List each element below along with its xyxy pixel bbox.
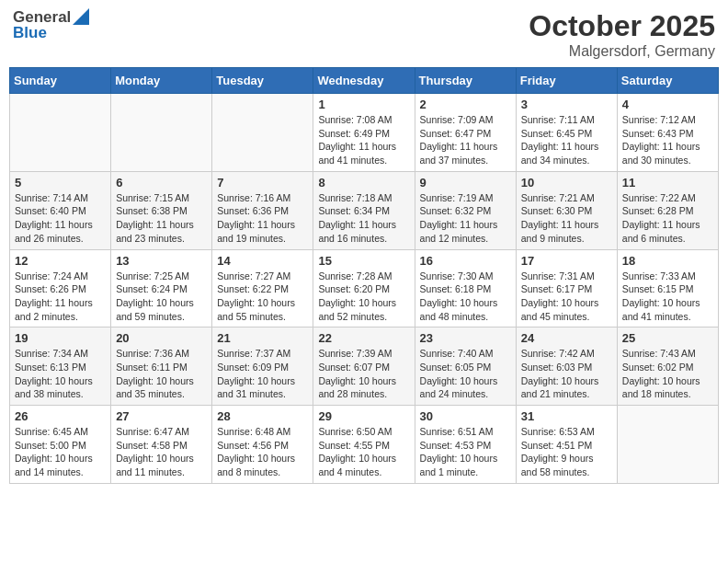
calendar-cell: 31Sunrise: 6:53 AM Sunset: 4:51 PM Dayli…: [516, 406, 617, 484]
calendar-cell: 30Sunrise: 6:51 AM Sunset: 4:53 PM Dayli…: [415, 406, 516, 484]
day-number: 6: [116, 176, 207, 190]
day-number: 26: [15, 409, 106, 423]
calendar-week-row: 26Sunrise: 6:45 AM Sunset: 5:00 PM Dayli…: [10, 406, 719, 484]
day-number: 8: [318, 176, 409, 190]
day-number: 4: [622, 98, 713, 111]
calendar-cell: 21Sunrise: 7:37 AM Sunset: 6:09 PM Dayli…: [212, 327, 313, 406]
svg-marker-0: [73, 8, 89, 25]
day-detail: Sunrise: 7:12 AM Sunset: 6:43 PM Dayligh…: [622, 113, 713, 167]
day-number: 18: [622, 254, 713, 268]
day-detail: Sunrise: 7:25 AM Sunset: 6:24 PM Dayligh…: [116, 270, 207, 324]
day-number: 27: [116, 409, 207, 423]
logo: General Blue: [13, 9, 89, 40]
weekday-header: Saturday: [617, 68, 718, 94]
day-detail: Sunrise: 7:19 AM Sunset: 6:32 PM Dayligh…: [420, 191, 511, 246]
calendar-cell: 28Sunrise: 6:48 AM Sunset: 4:56 PM Dayli…: [212, 406, 313, 484]
day-detail: Sunrise: 6:48 AM Sunset: 4:56 PM Dayligh…: [217, 425, 308, 479]
day-detail: Sunrise: 7:33 AM Sunset: 6:15 PM Dayligh…: [622, 270, 713, 324]
day-number: 23: [420, 331, 511, 345]
calendar-week-row: 5Sunrise: 7:14 AM Sunset: 6:40 PM Daylig…: [10, 171, 719, 249]
day-detail: Sunrise: 7:21 AM Sunset: 6:30 PM Dayligh…: [521, 191, 612, 246]
page-header: General Blue October 2025 Malgersdorf, G…: [9, 9, 719, 60]
day-detail: Sunrise: 7:09 AM Sunset: 6:47 PM Dayligh…: [420, 113, 511, 167]
day-number: 12: [15, 254, 106, 268]
calendar-cell: 29Sunrise: 6:50 AM Sunset: 4:55 PM Dayli…: [313, 406, 415, 484]
calendar-cell: 3Sunrise: 7:11 AM Sunset: 6:45 PM Daylig…: [516, 94, 617, 172]
day-detail: Sunrise: 7:27 AM Sunset: 6:22 PM Dayligh…: [217, 270, 308, 324]
calendar-cell: [111, 94, 212, 172]
calendar-table: SundayMondayTuesdayWednesdayThursdayFrid…: [9, 67, 719, 484]
day-number: 16: [420, 254, 511, 268]
day-number: 17: [521, 254, 612, 268]
day-number: 14: [217, 254, 308, 268]
day-number: 19: [15, 331, 106, 345]
day-number: 1: [318, 98, 409, 111]
day-detail: Sunrise: 7:24 AM Sunset: 6:26 PM Dayligh…: [15, 270, 106, 324]
day-detail: Sunrise: 7:30 AM Sunset: 6:18 PM Dayligh…: [420, 270, 511, 324]
logo-general: General: [13, 9, 71, 25]
calendar-cell: 14Sunrise: 7:27 AM Sunset: 6:22 PM Dayli…: [212, 249, 313, 327]
weekday-header: Friday: [516, 68, 617, 94]
day-number: 3: [521, 98, 612, 111]
weekday-header-row: SundayMondayTuesdayWednesdayThursdayFrid…: [10, 68, 719, 94]
calendar-cell: 5Sunrise: 7:14 AM Sunset: 6:40 PM Daylig…: [10, 171, 111, 249]
day-detail: Sunrise: 6:45 AM Sunset: 5:00 PM Dayligh…: [15, 425, 106, 479]
weekday-header: Tuesday: [212, 68, 313, 94]
weekday-header: Thursday: [415, 68, 516, 94]
day-detail: Sunrise: 6:53 AM Sunset: 4:51 PM Dayligh…: [521, 425, 612, 479]
logo-blue: Blue: [13, 25, 89, 40]
calendar-cell: 22Sunrise: 7:39 AM Sunset: 6:07 PM Dayli…: [313, 327, 415, 406]
month-title: October 2025: [529, 9, 715, 43]
calendar-cell: 20Sunrise: 7:36 AM Sunset: 6:11 PM Dayli…: [111, 327, 212, 406]
day-detail: Sunrise: 7:34 AM Sunset: 6:13 PM Dayligh…: [15, 347, 106, 401]
day-detail: Sunrise: 7:11 AM Sunset: 6:45 PM Dayligh…: [521, 113, 612, 167]
day-number: 21: [217, 331, 308, 345]
day-number: 22: [318, 331, 409, 345]
day-detail: Sunrise: 7:18 AM Sunset: 6:34 PM Dayligh…: [318, 191, 409, 246]
calendar-cell: 26Sunrise: 6:45 AM Sunset: 5:00 PM Dayli…: [10, 406, 111, 484]
calendar-cell: [10, 94, 111, 172]
day-number: 31: [521, 409, 612, 423]
day-number: 13: [116, 254, 207, 268]
weekday-header: Wednesday: [313, 68, 415, 94]
day-number: 11: [622, 176, 713, 190]
day-detail: Sunrise: 7:15 AM Sunset: 6:38 PM Dayligh…: [116, 191, 207, 246]
calendar-cell: 11Sunrise: 7:22 AM Sunset: 6:28 PM Dayli…: [617, 171, 718, 249]
day-number: 9: [420, 176, 511, 190]
day-number: 15: [318, 254, 409, 268]
day-detail: Sunrise: 7:42 AM Sunset: 6:03 PM Dayligh…: [521, 347, 612, 401]
day-number: 5: [15, 176, 106, 190]
calendar-cell: 15Sunrise: 7:28 AM Sunset: 6:20 PM Dayli…: [313, 249, 415, 327]
calendar-cell: 17Sunrise: 7:31 AM Sunset: 6:17 PM Dayli…: [516, 249, 617, 327]
day-detail: Sunrise: 7:28 AM Sunset: 6:20 PM Dayligh…: [318, 270, 409, 324]
day-number: 2: [420, 98, 511, 111]
day-detail: Sunrise: 6:50 AM Sunset: 4:55 PM Dayligh…: [318, 425, 409, 479]
day-detail: Sunrise: 6:51 AM Sunset: 4:53 PM Dayligh…: [420, 425, 511, 479]
calendar-cell: 2Sunrise: 7:09 AM Sunset: 6:47 PM Daylig…: [415, 94, 516, 172]
logo-text: General Blue: [13, 9, 89, 40]
calendar-cell: 9Sunrise: 7:19 AM Sunset: 6:32 PM Daylig…: [415, 171, 516, 249]
calendar-cell: 27Sunrise: 6:47 AM Sunset: 4:58 PM Dayli…: [111, 406, 212, 484]
day-detail: Sunrise: 7:31 AM Sunset: 6:17 PM Dayligh…: [521, 270, 612, 324]
day-detail: Sunrise: 7:36 AM Sunset: 6:11 PM Dayligh…: [116, 347, 207, 401]
calendar-week-row: 1Sunrise: 7:08 AM Sunset: 6:49 PM Daylig…: [10, 94, 719, 172]
calendar-cell: 24Sunrise: 7:42 AM Sunset: 6:03 PM Dayli…: [516, 327, 617, 406]
day-detail: Sunrise: 7:43 AM Sunset: 6:02 PM Dayligh…: [622, 347, 713, 401]
calendar-cell: 13Sunrise: 7:25 AM Sunset: 6:24 PM Dayli…: [111, 249, 212, 327]
calendar-cell: 16Sunrise: 7:30 AM Sunset: 6:18 PM Dayli…: [415, 249, 516, 327]
day-detail: Sunrise: 7:40 AM Sunset: 6:05 PM Dayligh…: [420, 347, 511, 401]
calendar-cell: 12Sunrise: 7:24 AM Sunset: 6:26 PM Dayli…: [10, 249, 111, 327]
calendar-cell: 25Sunrise: 7:43 AM Sunset: 6:02 PM Dayli…: [617, 327, 718, 406]
day-detail: Sunrise: 7:16 AM Sunset: 6:36 PM Dayligh…: [217, 191, 308, 246]
calendar-cell: 10Sunrise: 7:21 AM Sunset: 6:30 PM Dayli…: [516, 171, 617, 249]
title-block: October 2025 Malgersdorf, Germany: [529, 9, 715, 60]
weekday-header: Sunday: [10, 68, 111, 94]
location: Malgersdorf, Germany: [529, 43, 715, 60]
day-detail: Sunrise: 7:39 AM Sunset: 6:07 PM Dayligh…: [318, 347, 409, 401]
day-detail: Sunrise: 6:47 AM Sunset: 4:58 PM Dayligh…: [116, 425, 207, 479]
day-number: 10: [521, 176, 612, 190]
day-detail: Sunrise: 7:37 AM Sunset: 6:09 PM Dayligh…: [217, 347, 308, 401]
calendar-cell: 1Sunrise: 7:08 AM Sunset: 6:49 PM Daylig…: [313, 94, 415, 172]
day-number: 29: [318, 409, 409, 423]
calendar-week-row: 19Sunrise: 7:34 AM Sunset: 6:13 PM Dayli…: [10, 327, 719, 406]
